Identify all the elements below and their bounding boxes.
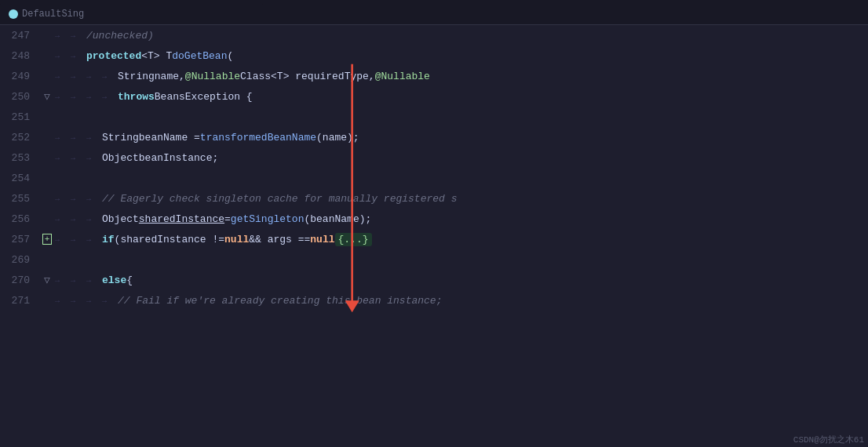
indent-space: → [86, 234, 102, 245]
method-name: doGetBean [172, 50, 227, 62]
gutter-icon[interactable]: + [39, 234, 55, 245]
keyword: null [224, 234, 249, 245]
watermark: CSDN@勿扰之木61 [793, 434, 864, 445]
indent-space: → [71, 71, 86, 82]
indent-space: → [55, 152, 71, 164]
indent-space: → [86, 152, 102, 164]
indent-space: → [55, 71, 71, 82]
line-number: 253 [0, 152, 39, 164]
table-row: 248→ → protected <T> T doGetBean( [0, 45, 868, 66]
code-text: <T> T [141, 50, 172, 62]
code-text: beanName = [139, 132, 200, 144]
code-text: ( [227, 50, 233, 62]
line-number: 251 [0, 111, 39, 123]
type-identifier: Object [102, 152, 139, 164]
indent-space: → [71, 274, 86, 286]
variable-name: sharedInstance [139, 213, 224, 225]
table-row: 256→ → → Object sharedInstance = getSing… [0, 209, 868, 229]
indent-space: → [71, 295, 86, 307]
code-line: → → → String beanName = transformedBeanN… [55, 127, 359, 147]
fold-icon: ▽ [44, 274, 50, 286]
code-text: name, [155, 71, 185, 82]
indent-space: → [55, 30, 71, 42]
keyword: else [102, 274, 126, 286]
line-number: 271 [0, 295, 39, 307]
ide-window: AbstractBeanFactory.java×TestDependsOn.j… [0, 0, 868, 447]
tab-label-tab4: DefaultSing [22, 9, 84, 20]
line-number: 270 [0, 274, 39, 286]
indent-space: → [55, 193, 71, 205]
table-row: 250▽→ → → → throws BeansException { [0, 86, 868, 107]
indent-space: → [71, 91, 86, 103]
indent-space: → [55, 274, 71, 286]
table-row: 251 [0, 107, 868, 127]
code-text: beanInstance; [139, 152, 218, 164]
code-text: { [126, 274, 133, 286]
indent-space: → [55, 295, 71, 307]
line-number: 256 [0, 213, 39, 225]
code-line: → → → // Eagerly check singleton cache f… [55, 188, 457, 209]
indent-space: → [71, 234, 86, 245]
code-line: → → → Object sharedInstance = getSinglet… [55, 209, 371, 229]
indent-space: → [55, 213, 71, 225]
method-name: getSingleton [231, 213, 305, 225]
indent-space: → [86, 295, 102, 307]
comment: // Eagerly check singleton cache for man… [102, 193, 457, 205]
indent-space: → [55, 91, 71, 103]
expand-icon[interactable]: + [42, 234, 53, 245]
code-line: → → → → // Fail if we're already creatin… [55, 290, 442, 311]
code-text: Class<T> requiredType, [240, 71, 375, 82]
table-row: 247→ → /unchecked) [0, 25, 868, 45]
gutter-icon[interactable]: ▽ [39, 90, 55, 103]
code-text: BeansException { [155, 91, 253, 103]
type-identifier: String [118, 71, 155, 82]
annotation: @Nullable [375, 71, 430, 82]
indent-space: → [71, 132, 86, 144]
line-number: 248 [0, 50, 39, 62]
indent-space: → [86, 91, 102, 103]
method-name: transformedBeanName [200, 132, 316, 144]
type-identifier: Object [102, 213, 139, 225]
tab-tab4[interactable]: DefaultSing [0, 2, 263, 24]
code-text: && args == [249, 234, 310, 245]
line-number: 250 [0, 91, 39, 103]
line-number: 247 [0, 30, 39, 42]
indent-space: → [86, 71, 102, 82]
table-row: 257+→ → → if (sharedInstance != null && … [0, 229, 868, 249]
tab-bar: AbstractBeanFactory.java×TestDependsOn.j… [0, 0, 868, 25]
code-line: → → → → throws BeansException { [55, 86, 253, 107]
code-text: (sharedInstance != [115, 234, 224, 245]
fold-icon: ▽ [44, 90, 50, 103]
indent-space: → [71, 193, 86, 205]
indent-space: → [55, 50, 71, 62]
table-row: 252→ → → String beanName = transformedBe… [0, 127, 868, 147]
table-row: 254 [0, 168, 868, 188]
line-number: 269 [0, 254, 39, 266]
code-text: = [224, 213, 231, 225]
code-text: /unchecked) [86, 30, 154, 42]
line-number: 252 [0, 132, 39, 144]
indent-space: → [102, 71, 118, 82]
tab-icon-tab4 [9, 9, 18, 19]
indent-space: → [55, 234, 71, 245]
code-line: → → → Object beanInstance; [55, 147, 218, 168]
gutter-icon[interactable]: ▽ [39, 274, 55, 286]
code-text: (name); [316, 132, 359, 144]
table-row: 269 [0, 249, 868, 270]
table-row: 270▽→ → → else { [0, 270, 868, 290]
indent-space: → [86, 213, 102, 225]
indent-space: → [86, 274, 102, 286]
indent-space: → [102, 295, 118, 307]
code-line: → → → else { [55, 270, 133, 290]
keyword: null [310, 234, 334, 245]
indent-space: → [71, 30, 86, 42]
keyword: protected [86, 50, 141, 62]
indent-space: → [55, 132, 71, 144]
code-text: (beanName); [304, 213, 371, 225]
code-line: → → /unchecked) [55, 25, 154, 45]
line-number: 249 [0, 71, 39, 82]
table-row: 271→ → → → // Fail if we're already crea… [0, 290, 868, 311]
code-line: → → → → String name, @Nullable Class<T> … [55, 66, 430, 86]
indent-space: → [71, 213, 86, 225]
indent-space: → [86, 132, 102, 144]
